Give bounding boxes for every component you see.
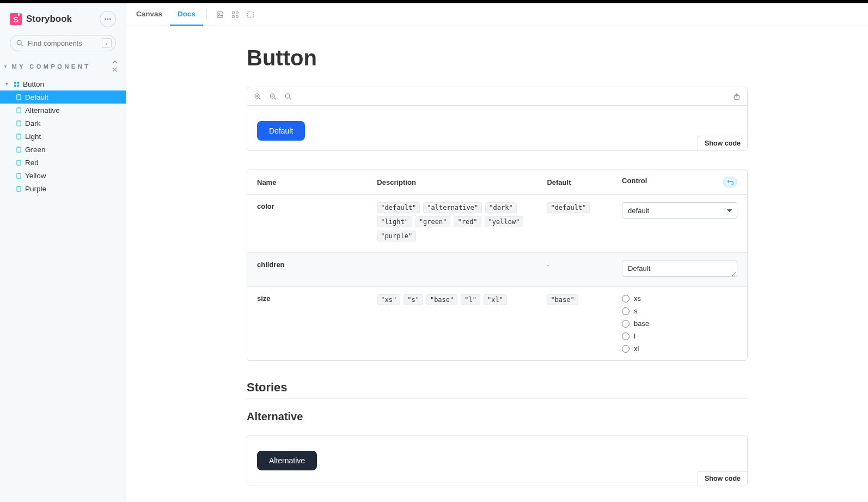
- svg-rect-28: [236, 11, 239, 14]
- args-header-control-label: Control: [622, 177, 647, 185]
- svg-rect-23: [16, 186, 20, 191]
- open-isolated-button[interactable]: [733, 93, 741, 100]
- tab-canvas-label: Canvas: [136, 10, 162, 18]
- sidebar-story-default[interactable]: Default: [0, 90, 126, 104]
- radio-option-xl[interactable]: xl: [622, 344, 737, 353]
- svg-rect-18: [17, 147, 20, 148]
- type-chip: "l": [461, 294, 480, 305]
- reset-controls-button[interactable]: [723, 177, 737, 188]
- radio-label: xl: [634, 344, 639, 353]
- brand-logo[interactable]: S Storybook: [10, 13, 72, 25]
- stories-heading: Stories: [247, 380, 748, 398]
- svg-rect-24: [17, 186, 20, 187]
- type-chip: "default": [377, 202, 420, 213]
- svg-rect-5: [14, 81, 16, 83]
- arg-name: children: [257, 261, 285, 269]
- svg-rect-15: [16, 134, 20, 138]
- zoom-reset-icon: [284, 93, 292, 100]
- section-title[interactable]: ▾ MY COMPONENT: [4, 63, 90, 70]
- docs-content[interactable]: Button: [126, 26, 868, 502]
- sidebar-story-alternative[interactable]: Alternative: [0, 104, 126, 117]
- story-icon: [15, 185, 22, 192]
- radio-input[interactable]: [622, 307, 629, 315]
- svg-rect-13: [16, 120, 20, 125]
- section-title-label: MY COMPONENT: [12, 63, 91, 70]
- radio-label: s: [634, 307, 638, 315]
- sidebar-story-label: Green: [25, 146, 46, 154]
- story-preview-alternative: Alternative Show code: [247, 435, 748, 486]
- background-addon-button[interactable]: [212, 7, 228, 22]
- sidebar-story-purple[interactable]: Purple: [0, 182, 126, 195]
- search-input[interactable]: [10, 35, 116, 51]
- story-icon: [15, 172, 22, 179]
- sidebar-story-yellow[interactable]: Yellow: [0, 169, 126, 182]
- svg-rect-6: [17, 81, 19, 83]
- radio-option-l[interactable]: l: [622, 332, 737, 340]
- preview-button-default[interactable]: Default: [257, 121, 305, 141]
- radio-input[interactable]: [622, 295, 629, 303]
- type-chip: "alternative": [423, 202, 482, 213]
- tab-docs-label: Docs: [178, 10, 195, 18]
- outline-addon-button[interactable]: [243, 7, 258, 22]
- type-chip: "xl": [484, 294, 507, 305]
- tab-canvas[interactable]: Canvas: [134, 3, 170, 26]
- svg-point-2: [109, 19, 111, 20]
- show-code-label: Show code: [705, 140, 741, 147]
- type-chip: "green": [415, 216, 451, 227]
- search-icon: [16, 39, 23, 47]
- svg-rect-27: [233, 11, 235, 14]
- arg-name: size: [257, 294, 271, 303]
- sidebar-story-green[interactable]: Green: [0, 143, 126, 156]
- radio-option-xs[interactable]: xs: [622, 294, 737, 303]
- svg-rect-8: [17, 84, 19, 87]
- svg-rect-16: [17, 134, 20, 135]
- args-header-description: Description: [367, 170, 537, 195]
- preview-button-alternative[interactable]: Alternative: [257, 451, 317, 470]
- arg-control: defaultalternativedarklightgreenredyello…: [612, 195, 747, 252]
- sidebar-menu-button[interactable]: [100, 11, 116, 27]
- radio-option-base[interactable]: base: [622, 319, 737, 328]
- show-code-button[interactable]: Show code: [698, 471, 747, 486]
- zoom-out-button[interactable]: [269, 93, 277, 100]
- section-collapse-button[interactable]: ⤫: [112, 59, 118, 74]
- args-row-children: children-: [247, 252, 747, 286]
- type-chip: "xs": [377, 294, 400, 305]
- control-select-color[interactable]: defaultalternativedarklightgreenredyello…: [622, 202, 737, 219]
- grid-addon-button[interactable]: [228, 7, 243, 22]
- args-table: Name Description Default Control: [247, 170, 748, 361]
- svg-rect-19: [16, 160, 20, 165]
- show-code-button[interactable]: Show code: [698, 136, 747, 150]
- arg-control: xssbaselxl: [612, 286, 747, 360]
- radio-input[interactable]: [622, 345, 629, 353]
- arg-control: [612, 252, 747, 286]
- story-icon: [15, 146, 22, 153]
- sidebar-story-red[interactable]: Red: [0, 156, 126, 169]
- zoom-in-button[interactable]: [254, 93, 261, 100]
- sidebar-story-light[interactable]: Light: [0, 130, 126, 143]
- tree-component-label: Button: [23, 80, 44, 88]
- svg-point-3: [17, 40, 21, 45]
- type-chip: "red": [454, 216, 481, 227]
- radio-input[interactable]: [622, 332, 629, 340]
- control-textarea-children[interactable]: [622, 261, 737, 277]
- svg-point-1: [107, 19, 108, 20]
- sidebar-story-dark[interactable]: Dark: [0, 117, 126, 130]
- tree-component-button[interactable]: ▾ Button: [0, 77, 126, 90]
- tab-docs[interactable]: Docs: [170, 3, 203, 26]
- args-row-size: size"xs""s""base""l""xl""base"xssbaselxl: [247, 286, 747, 360]
- zoom-reset-button[interactable]: [284, 93, 292, 100]
- arg-types: "xs""s""base""l""xl": [367, 286, 537, 360]
- radio-option-s[interactable]: s: [622, 307, 737, 315]
- page-title: Button: [247, 46, 748, 70]
- main: Canvas Docs Button: [126, 3, 868, 502]
- story-heading-alternative: Alternative: [247, 410, 748, 423]
- sidebar-story-label: Purple: [25, 185, 46, 193]
- svg-rect-14: [17, 120, 20, 122]
- svg-rect-29: [233, 15, 235, 17]
- radio-input[interactable]: [622, 320, 629, 328]
- type-chip: "base": [426, 294, 457, 305]
- zoom-out-icon: [269, 93, 277, 100]
- zoom-in-icon: [254, 93, 261, 100]
- svg-point-26: [218, 13, 219, 14]
- svg-rect-9: [16, 94, 20, 99]
